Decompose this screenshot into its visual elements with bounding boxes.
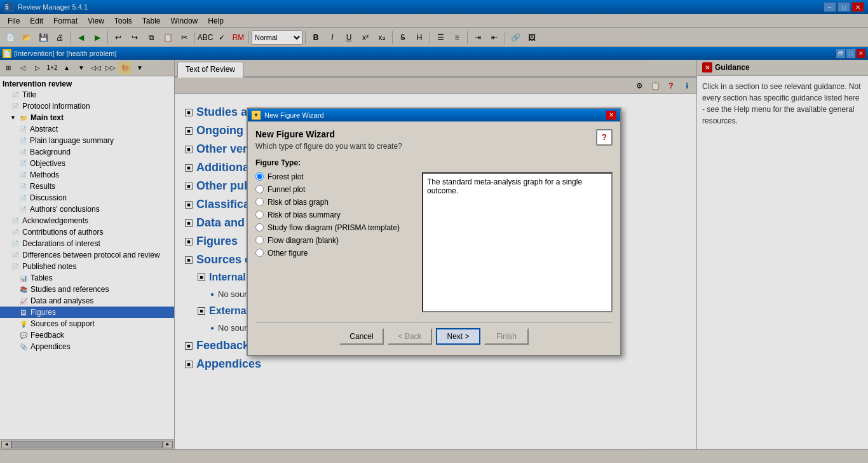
back-button[interactable]: < Back [388, 328, 432, 345]
description-text: The standard meta-analysis graph for a s… [427, 177, 582, 195]
modal-main-title: New Figure Wizard [255, 129, 596, 139]
modal-icon: ✦ [252, 111, 261, 120]
modal-title: New Figure Wizard [264, 111, 606, 119]
description-box: The standard meta-analysis graph for a s… [422, 172, 613, 312]
figure-type-label: Figure Type: [255, 158, 613, 167]
radio-study-flow-prisma-input[interactable] [255, 223, 264, 232]
radio-study-flow-prisma[interactable]: Study flow diagram (PRISMA template) [255, 223, 416, 232]
radio-other-figure-input[interactable] [255, 249, 264, 257]
modal-header-text: New Figure Wizard Which type of figure d… [255, 129, 596, 151]
radio-funnel-plot[interactable]: Funnel plot [255, 185, 416, 194]
radio-risk-bias-summary[interactable]: Risk of bias summary [255, 211, 416, 219]
modal-subtitle: Which type of figure do you want to crea… [255, 142, 596, 151]
radio-flow-blank[interactable]: Flow diagram (blank) [255, 236, 416, 245]
next-button[interactable]: Next > [436, 328, 480, 345]
other-figure-label: Other figure [268, 249, 308, 258]
figure-type-section: Forest plot Funnel plot Risk of bias gra… [255, 172, 613, 312]
flow-blank-label: Flow diagram (blank) [268, 236, 339, 245]
radio-risk-bias-summary-input[interactable] [255, 211, 264, 219]
radio-forest-plot-input[interactable] [255, 172, 264, 181]
radio-forest-plot[interactable]: Forest plot [255, 172, 416, 181]
modal-close-button[interactable]: ✕ [606, 111, 616, 120]
modal-body: New Figure Wizard Which type of figure d… [248, 121, 620, 355]
modal-buttons: Cancel < Back Next > Finish [255, 322, 613, 347]
modal-help-button[interactable]: ? [596, 129, 613, 146]
radio-other-figure[interactable]: Other figure [255, 249, 416, 258]
risk-bias-summary-label: Risk of bias summary [268, 211, 341, 219]
radio-risk-bias-graph-input[interactable] [255, 198, 264, 206]
radio-funnel-plot-input[interactable] [255, 185, 264, 193]
finish-button[interactable]: Finish [484, 328, 529, 345]
radio-flow-blank-input[interactable] [255, 236, 264, 244]
forest-plot-label: Forest plot [268, 172, 304, 181]
modal-title-bar: ✦ New Figure Wizard ✕ [248, 109, 620, 121]
modal-overlay: ✦ New Figure Wizard ✕ New Figure Wizard … [0, 0, 868, 463]
study-flow-prisma-label: Study flow diagram (PRISMA template) [268, 223, 400, 232]
radio-risk-bias-graph[interactable]: Risk of bias graph [255, 198, 416, 207]
funnel-plot-label: Funnel plot [268, 185, 305, 194]
cancel-button[interactable]: Cancel [339, 328, 384, 345]
risk-bias-graph-label: Risk of bias graph [268, 198, 329, 207]
radio-list: Forest plot Funnel plot Risk of bias gra… [255, 172, 416, 312]
modal-header: New Figure Wizard Which type of figure d… [255, 129, 613, 151]
new-figure-wizard-dialog: ✦ New Figure Wizard ✕ New Figure Wizard … [247, 107, 621, 356]
